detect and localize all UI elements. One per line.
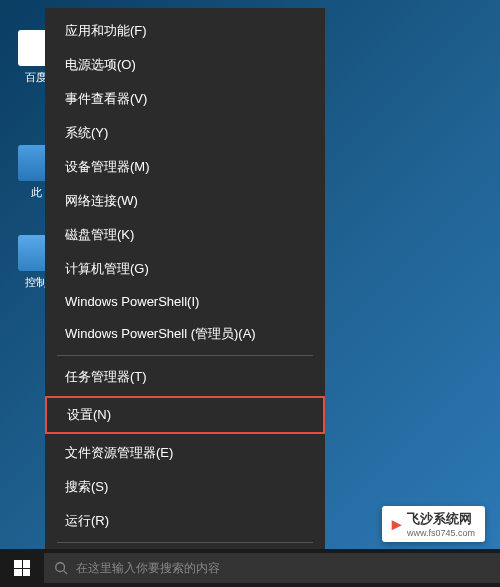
menu-label: 运行(R) — [65, 512, 109, 530]
menu-item-network-connections[interactable]: 网络连接(W) — [45, 184, 325, 218]
menu-item-system[interactable]: 系统(Y) — [45, 116, 325, 150]
menu-item-device-manager[interactable]: 设备管理器(M) — [45, 150, 325, 184]
menu-label: 任务管理器(T) — [65, 368, 147, 386]
menu-item-disk-management[interactable]: 磁盘管理(K) — [45, 218, 325, 252]
menu-label: 文件资源管理器(E) — [65, 444, 173, 462]
menu-item-file-explorer[interactable]: 文件资源管理器(E) — [45, 436, 325, 470]
menu-item-power-options[interactable]: 电源选项(O) — [45, 48, 325, 82]
menu-label: 磁盘管理(K) — [65, 226, 134, 244]
windows-logo-icon — [14, 560, 30, 576]
svg-line-1 — [64, 571, 68, 575]
menu-label: 系统(Y) — [65, 124, 108, 142]
menu-label: 网络连接(W) — [65, 192, 138, 210]
menu-label: 电源选项(O) — [65, 56, 136, 74]
taskbar-search[interactable]: 在这里输入你要搜索的内容 — [44, 553, 500, 583]
menu-item-task-manager[interactable]: 任务管理器(T) — [45, 360, 325, 394]
winx-context-menu: 应用和功能(F) 电源选项(O) 事件查看器(V) 系统(Y) 设备管理器(M)… — [45, 8, 325, 587]
menu-label: Windows PowerShell(I) — [65, 294, 199, 309]
start-button[interactable] — [0, 549, 44, 587]
menu-label: 计算机管理(G) — [65, 260, 149, 278]
menu-item-event-viewer[interactable]: 事件查看器(V) — [45, 82, 325, 116]
watermark-badge: ▸ 飞沙系统网 www.fs0745.com — [382, 506, 485, 542]
menu-item-search[interactable]: 搜索(S) — [45, 470, 325, 504]
menu-label: 事件查看器(V) — [65, 90, 147, 108]
arrow-icon: ▸ — [392, 513, 401, 535]
menu-divider — [57, 355, 313, 356]
menu-item-run[interactable]: 运行(R) — [45, 504, 325, 538]
menu-label: 设备管理器(M) — [65, 158, 150, 176]
menu-item-computer-management[interactable]: 计算机管理(G) — [45, 252, 325, 286]
icon-label: 控制 — [25, 276, 47, 288]
menu-label: Windows PowerShell (管理员)(A) — [65, 325, 256, 343]
taskbar: 在这里输入你要搜索的内容 — [0, 549, 500, 587]
watermark-url: www.fs0745.com — [407, 528, 475, 538]
menu-divider — [57, 542, 313, 543]
menu-item-powershell[interactable]: Windows PowerShell(I) — [45, 286, 325, 317]
menu-item-settings[interactable]: 设置(N) — [45, 396, 325, 434]
menu-label: 搜索(S) — [65, 478, 108, 496]
menu-label: 应用和功能(F) — [65, 22, 147, 40]
menu-item-powershell-admin[interactable]: Windows PowerShell (管理员)(A) — [45, 317, 325, 351]
search-placeholder: 在这里输入你要搜索的内容 — [76, 560, 220, 577]
menu-label: 设置(N) — [67, 406, 111, 424]
search-icon — [54, 561, 68, 575]
svg-point-0 — [56, 563, 65, 572]
icon-label: 百度 — [25, 71, 47, 83]
watermark-title: 飞沙系统网 — [407, 511, 472, 526]
menu-item-apps-features[interactable]: 应用和功能(F) — [45, 14, 325, 48]
icon-label: 此 — [31, 186, 42, 198]
